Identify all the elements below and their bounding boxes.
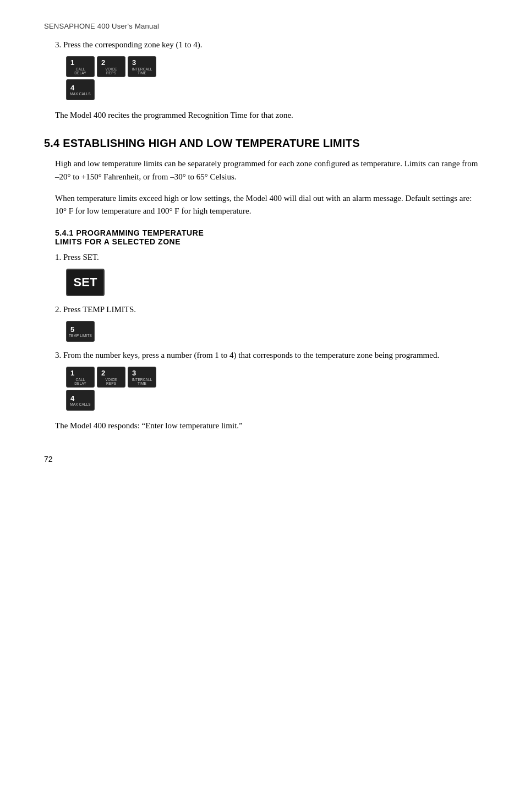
- section1-para-after: The Model 400 recites the programmed Rec…: [55, 109, 481, 122]
- sub541-para-after: The Model 400 responds: “Enter low tempe…: [55, 419, 481, 432]
- temp-limits-key-group: 5 TEMP LIMITS: [66, 321, 481, 342]
- key-label-5: TEMP LIMITS: [69, 334, 92, 337]
- sub541-step2-text: 2. Press TEMP LIMITS.: [55, 305, 481, 314]
- sub541-step3-text: 3. From the number keys, press a number …: [55, 351, 481, 360]
- step3-top-text: 3. Press the corresponding zone key (1 t…: [55, 40, 481, 50]
- set-button-display: SET: [66, 269, 105, 296]
- key-2-voice-reps: 2 VOICEREPS: [97, 56, 125, 77]
- key-blabel-1: CALLDELAY: [74, 378, 86, 385]
- key-bnum-4: 4: [68, 394, 92, 403]
- key-b3-intercall-time: 3 INTERCALLTIME: [128, 367, 156, 388]
- key-row-bottom-1: 1 CALLDELAY 2 VOICEREPS 3 INTERCALLTIME: [66, 367, 481, 388]
- key-row-2: 4 MAX CALLS: [66, 79, 481, 100]
- key-b4-max-calls: 4 MAX CALLS: [66, 390, 95, 411]
- key-3-intercall-time: 3 INTERCALLTIME: [128, 56, 156, 77]
- key-bnum-3: 3: [130, 369, 154, 378]
- section54-para2: When temperature limits exceed high or l…: [55, 192, 481, 218]
- key-b1-call-delay: 1 CALLDELAY: [66, 367, 95, 388]
- key-num-2: 2: [99, 58, 123, 67]
- key-5-temp-limits: 5 TEMP LIMITS: [66, 321, 95, 342]
- sub541-heading: 5.4.1 PROGRAMMING TEMPERATURE LIMITS FOR…: [55, 228, 481, 246]
- key-label-2: VOICEREPS: [106, 67, 117, 75]
- key-label-1: CALLDELAY: [74, 67, 86, 75]
- key-1-call-delay: 1 CALLDELAY: [66, 56, 95, 77]
- key-label-4: MAX CALLS: [70, 92, 91, 96]
- key-blabel-3: INTERCALLTIME: [132, 378, 152, 385]
- sub541-heading-line2: LIMITS FOR A SELECTED ZONE: [55, 237, 181, 246]
- key-4-max-calls: 4 MAX CALLS: [66, 79, 95, 100]
- key-b2-voice-reps: 2 VOICEREPS: [97, 367, 125, 388]
- sub541-step1-text: 1. Press SET.: [55, 253, 481, 262]
- manual-header: SENSAPHONE 400 User's Manual: [44, 22, 481, 30]
- section54-heading: 5.4 ESTABLISHING HIGH AND LOW TEMPERATUR…: [44, 137, 481, 150]
- key-num-4: 4: [68, 84, 92, 92]
- key-blabel-4: MAX CALLS: [70, 402, 91, 406]
- sub541-heading-line1: 5.4.1 PROGRAMMING TEMPERATURE: [55, 228, 204, 237]
- section54-para1: High and low temperature limits can be s…: [55, 157, 481, 183]
- page-number: 72: [44, 455, 481, 464]
- temp-limits-key-row: 5 TEMP LIMITS: [66, 321, 481, 342]
- key-row-1: 1 CALLDELAY 2 VOICEREPS 3 INTERCALLTIME: [66, 56, 481, 77]
- key-group-top: 1 CALLDELAY 2 VOICEREPS 3 INTERCALLTIME …: [66, 56, 481, 100]
- key-row-bottom-2: 4 MAX CALLS: [66, 390, 481, 411]
- key-num-1: 1: [68, 58, 92, 67]
- key-bnum-2: 2: [99, 369, 123, 378]
- key-blabel-2: VOICEREPS: [106, 378, 117, 385]
- key-group-bottom: 1 CALLDELAY 2 VOICEREPS 3 INTERCALLTIME …: [66, 367, 481, 411]
- key-label-3: INTERCALLTIME: [132, 67, 152, 75]
- key-bnum-1: 1: [68, 369, 92, 378]
- key-num-5: 5: [68, 325, 92, 334]
- key-num-3: 3: [130, 58, 154, 67]
